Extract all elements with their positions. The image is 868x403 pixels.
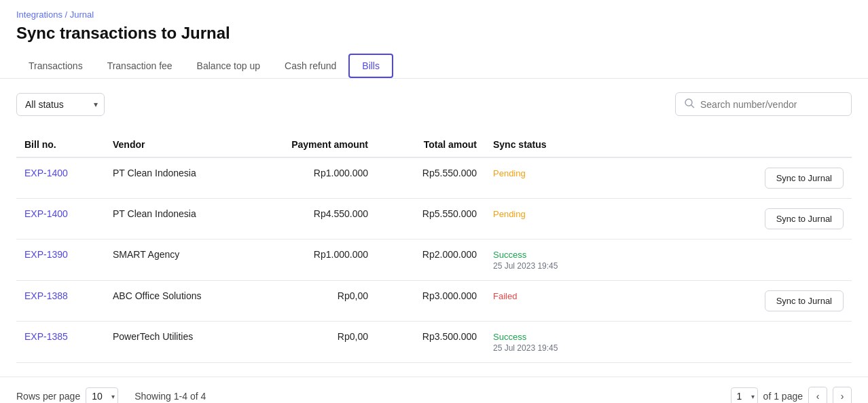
cell-action: Sync to Jurnal <box>621 199 852 239</box>
bills-table: Bill no. Vendor Payment amount Total amo… <box>16 132 852 363</box>
rows-per-page-label: Rows per page <box>16 391 80 402</box>
bill-link[interactable]: EXP-1390 <box>24 249 68 260</box>
cell-payment-amount: Rp4.550.000 <box>240 199 376 239</box>
col-header-status: Sync status <box>485 132 621 157</box>
tab-cash-refund[interactable]: Cash refund <box>272 54 348 78</box>
cell-payment-amount: Rp1.000.000 <box>240 239 376 281</box>
sync-to-jurnal-button[interactable]: Sync to Jurnal <box>765 208 844 229</box>
sync-date: 25 Jul 2023 19:45 <box>493 261 613 271</box>
search-wrapper[interactable] <box>675 92 852 116</box>
cell-vendor: SMART Agency <box>105 239 240 281</box>
cell-sync-status: Pending <box>485 199 621 239</box>
table-footer: Rows per page 10 20 50 ▾ Showing 1-4 of … <box>0 377 868 403</box>
table-row: EXP-1400 PT Clean Indonesia Rp4.550.000 … <box>16 199 852 239</box>
status-select[interactable]: All status Pending Success Failed <box>16 93 105 116</box>
prev-page-button[interactable]: ‹ <box>808 387 827 403</box>
tab-transactions[interactable]: Transactions <box>16 54 95 78</box>
bill-link[interactable]: EXP-1385 <box>24 331 68 342</box>
status-badge: Failed <box>493 291 517 301</box>
cell-total-amount: Rp5.550.000 <box>376 199 485 239</box>
bill-link[interactable]: EXP-1400 <box>24 168 68 178</box>
tab-bills[interactable]: Bills <box>348 54 393 78</box>
bill-link[interactable]: EXP-1388 <box>24 290 68 301</box>
cell-sync-status: Success 25 Jul 2023 19:45 <box>485 322 621 363</box>
status-badge: Success <box>493 250 526 260</box>
cell-bill-no: EXP-1400 <box>16 199 105 239</box>
cell-sync-status: Pending <box>485 157 621 199</box>
table-row: EXP-1390 SMART Agency Rp1.000.000 Rp2.00… <box>16 239 852 281</box>
sync-date: 25 Jul 2023 19:45 <box>493 343 613 353</box>
showing-text: Showing 1-4 of 4 <box>134 391 206 402</box>
pagination: 1 ▾ of 1 page ‹ › <box>731 387 852 403</box>
status-badge: Pending <box>493 168 526 178</box>
cell-bill-no: EXP-1385 <box>16 322 105 363</box>
svg-line-1 <box>691 105 694 108</box>
cell-sync-status: Failed <box>485 281 621 322</box>
cell-bill-no: EXP-1400 <box>16 157 105 199</box>
cell-sync-status: Success 25 Jul 2023 19:45 <box>485 239 621 281</box>
col-header-bill-no: Bill no. <box>16 132 105 157</box>
rows-per-page-selector[interactable]: 10 20 50 ▾ <box>86 387 118 403</box>
cell-vendor: ABC Office Solutions <box>105 281 240 322</box>
page-title: Sync transactions to Jurnal <box>16 24 852 43</box>
status-filter[interactable]: All status Pending Success Failed ▾ <box>16 93 105 116</box>
cell-total-amount: Rp2.000.000 <box>376 239 485 281</box>
cell-total-amount: Rp5.550.000 <box>376 157 485 199</box>
cell-payment-amount: Rp0,00 <box>240 281 376 322</box>
breadcrumb[interactable]: Integrations / Jurnal <box>16 9 852 20</box>
cell-vendor: PT Clean Indonesia <box>105 199 240 239</box>
sync-to-jurnal-button[interactable]: Sync to Jurnal <box>765 290 844 311</box>
sync-to-jurnal-button[interactable]: Sync to Jurnal <box>765 168 844 189</box>
page-select[interactable]: 1 <box>731 387 758 403</box>
table-row: EXP-1385 PowerTech Utilities Rp0,00 Rp3.… <box>16 322 852 363</box>
table-row: EXP-1400 PT Clean Indonesia Rp1.000.000 … <box>16 157 852 199</box>
col-header-payment: Payment amount <box>240 132 376 157</box>
toolbar: All status Pending Success Failed ▾ <box>16 92 852 116</box>
cell-payment-amount: Rp0,00 <box>240 322 376 363</box>
cell-vendor: PT Clean Indonesia <box>105 157 240 199</box>
tabs-bar: Transactions Transaction fee Balance top… <box>16 54 852 78</box>
status-badge: Success <box>493 332 526 342</box>
cell-action: Sync to Jurnal <box>621 281 852 322</box>
col-header-total: Total amout <box>376 132 485 157</box>
cell-bill-no: EXP-1390 <box>16 239 105 281</box>
col-header-vendor: Vendor <box>105 132 240 157</box>
page-selector[interactable]: 1 ▾ <box>731 387 758 403</box>
cell-bill-no: EXP-1388 <box>16 281 105 322</box>
cell-action: Sync to Jurnal <box>621 157 852 199</box>
search-icon <box>684 98 695 111</box>
cell-vendor: PowerTech Utilities <box>105 322 240 363</box>
total-pages-label: of 1 page <box>763 391 803 402</box>
cell-action <box>621 322 852 363</box>
status-badge: Pending <box>493 209 526 219</box>
cell-action <box>621 239 852 281</box>
table-row: EXP-1388 ABC Office Solutions Rp0,00 Rp3… <box>16 281 852 322</box>
tab-transaction-fee[interactable]: Transaction fee <box>95 54 185 78</box>
cell-total-amount: Rp3.500.000 <box>376 322 485 363</box>
bill-link[interactable]: EXP-1400 <box>24 208 68 219</box>
search-input[interactable] <box>700 99 843 110</box>
next-page-button[interactable]: › <box>833 387 852 403</box>
cell-total-amount: Rp3.000.000 <box>376 281 485 322</box>
cell-payment-amount: Rp1.000.000 <box>240 157 376 199</box>
col-header-action <box>621 132 852 157</box>
rows-per-page-select[interactable]: 10 20 50 <box>86 387 118 403</box>
tab-balance-top-up[interactable]: Balance top up <box>185 54 272 78</box>
